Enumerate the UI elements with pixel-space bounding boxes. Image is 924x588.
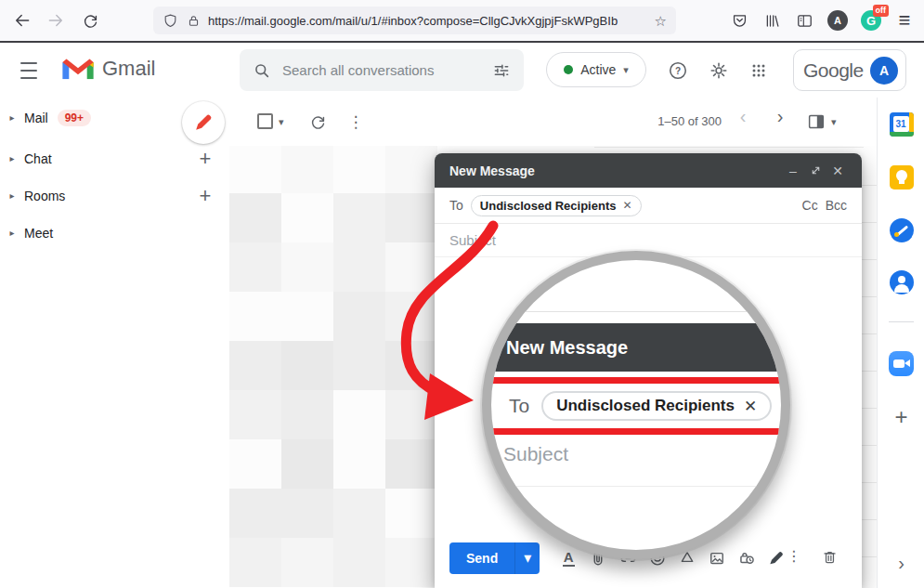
apps-grid-icon[interactable] [745,57,773,85]
side-panel-divider [889,321,914,322]
plus-icon[interactable]: + [192,149,218,169]
to-label: To [449,198,463,213]
more-options-icon[interactable]: ⋮ [343,109,369,135]
google-account-box[interactable]: Google A [793,49,906,91]
left-sidebar: ▸ Mail 99+ ▸ Chat + ▸ Rooms + ▸ Meet [0,98,229,588]
shield-icon[interactable] [163,13,178,29]
hide-side-panel-chevron[interactable]: › [889,550,914,575]
status-active-dot [564,65,573,74]
expand-triangle-icon[interactable]: ▸ [0,154,24,163]
reload-button[interactable] [77,7,103,33]
magnified-divider [491,486,781,487]
compose-title: New Message [449,163,782,178]
select-all-checkbox[interactable] [257,113,273,129]
svg-text:?: ? [675,66,681,76]
sidebar-item-label: Chat [24,151,52,166]
expand-triangle-icon[interactable]: ▸ [0,229,24,238]
split-pane-dropdown-icon[interactable]: ▾ [831,117,837,127]
url-text[interactable]: https://mail.google.com/mail/u/1/#inbox?… [208,14,649,28]
remove-recipient-icon[interactable]: ✕ [622,200,631,211]
email-rows-strip [862,149,878,588]
magnified-remove-recipient-icon: ✕ [744,399,757,414]
formatting-options-icon[interactable]: A [556,546,580,570]
list-divider [594,147,864,148]
sidebar-item-chat[interactable]: ▸ Chat + [0,142,229,176]
magnified-compose-titlebar: New Message [491,323,781,372]
blurred-email-list [229,144,437,588]
lock-icon[interactable] [187,14,201,28]
bookmark-star-icon[interactable]: ☆ [655,14,667,28]
search-input[interactable]: Search all conversations [282,62,492,78]
keep-app-icon[interactable] [889,164,914,189]
browser-toolbar: https://mail.google.com/mail/u/1/#inbox?… [0,0,924,41]
back-arrow-icon [13,11,32,30]
grammarly-logo: G off [861,10,881,31]
magnified-compose-title: New Message [506,337,628,359]
older-page-chevron[interactable]: › [766,107,794,125]
refresh-button[interactable] [305,109,331,135]
split-pane-icon[interactable] [803,109,829,135]
confidential-mode-icon[interactable] [735,546,759,570]
annotation-highlight-box: To Undisclosed Recipients ✕ [484,377,790,435]
select-dropdown-icon[interactable]: ▾ [279,117,284,127]
main-menu-icon[interactable] [20,62,46,79]
reload-icon [82,12,99,30]
contacts-app-icon[interactable] [889,269,914,294]
recipients-row[interactable]: To Undisclosed Recipients ✕ Cc Bcc [435,188,862,224]
settings-gear-icon[interactable] [705,57,733,85]
recipient-chip[interactable]: Undisclosed Recipients ✕ [471,195,642,216]
browser-account-avatar[interactable]: A [825,7,851,33]
fullscreen-button[interactable] [804,160,826,182]
discard-draft-icon[interactable] [817,544,841,568]
sidebar-item-meet[interactable]: ▸ Meet [0,216,229,250]
url-bar[interactable]: https://mail.google.com/mail/u/1/#inbox?… [153,7,676,34]
compose-titlebar[interactable]: New Message – ✕ [435,153,862,188]
google-wordmark: Google [803,59,864,82]
magnified-to-label: To [509,395,529,417]
sidebar-item-rooms[interactable]: ▸ Rooms + [0,179,229,213]
insert-photo-icon[interactable] [705,546,729,570]
calendar-app-icon[interactable]: 31 [889,111,914,137]
search-bar[interactable]: Search all conversations [240,49,524,91]
sidebar-item-label: Mail [24,111,48,125]
search-options-icon[interactable] [492,61,511,80]
cc-button[interactable]: Cc [802,198,818,213]
magnifier-overlay: New Message To Undisclosed Recipients ✕ … [482,251,790,559]
magnified-window-edge [491,311,781,312]
sidebar-toggle-icon[interactable] [791,7,817,33]
search-icon[interactable] [253,61,271,80]
expand-icon [810,164,822,176]
forward-button[interactable] [43,7,69,33]
plus-icon[interactable]: + [192,186,218,206]
side-panel: 31 + › [877,98,924,588]
account-avatar[interactable]: A [870,57,898,85]
more-options-icon[interactable]: ⋮ [782,544,806,568]
avatar: A [827,10,848,31]
back-button[interactable] [9,7,35,33]
extension-off-badge: off [873,5,890,17]
get-addons-button[interactable]: + [889,404,914,429]
gmail-logo[interactable]: Gmail [61,56,155,82]
magnified-recipient-chip: Undisclosed Recipients ✕ [541,391,772,421]
pocket-icon[interactable] [726,7,752,33]
browser-menu-icon[interactable]: ≡ [891,7,917,33]
send-split-button[interactable]: Send ▾ [449,542,540,574]
library-icon[interactable] [759,7,785,33]
send-button[interactable]: Send [449,542,514,574]
newer-page-chevron[interactable]: ‹ [729,107,757,125]
zoom-app-icon[interactable] [889,351,914,376]
tasks-app-icon[interactable] [889,217,914,242]
chrome-divider [0,41,924,43]
compose-button[interactable] [182,101,225,144]
send-options-icon[interactable]: ▾ [514,542,540,574]
help-button[interactable]: ? [664,57,692,85]
status-selector[interactable]: Active ▾ [546,52,646,87]
expand-triangle-icon[interactable]: ▸ [0,113,24,123]
bcc-button[interactable]: Bcc [826,198,847,213]
close-button[interactable]: ✕ [826,160,849,182]
pagination-label: 1–50 of 300 [601,114,722,128]
grammarly-extension-icon[interactable]: G off [858,7,884,33]
minimize-button[interactable]: – [782,160,804,182]
expand-triangle-icon[interactable]: ▸ [0,191,24,201]
subject-input[interactable]: Subject [449,232,496,248]
